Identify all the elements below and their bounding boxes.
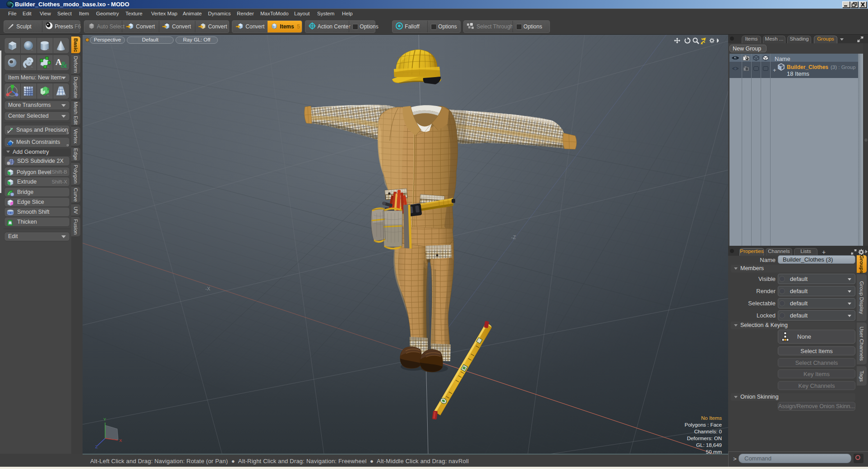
svg-text:-Z: -Z (511, 234, 516, 240)
svg-text:-X: -X (205, 286, 211, 291)
svg-text:Z: Z (95, 444, 98, 449)
svg-text:X: X (119, 438, 122, 443)
svg-text:&: & (60, 60, 68, 69)
svg-text:Y: Y (103, 417, 106, 422)
